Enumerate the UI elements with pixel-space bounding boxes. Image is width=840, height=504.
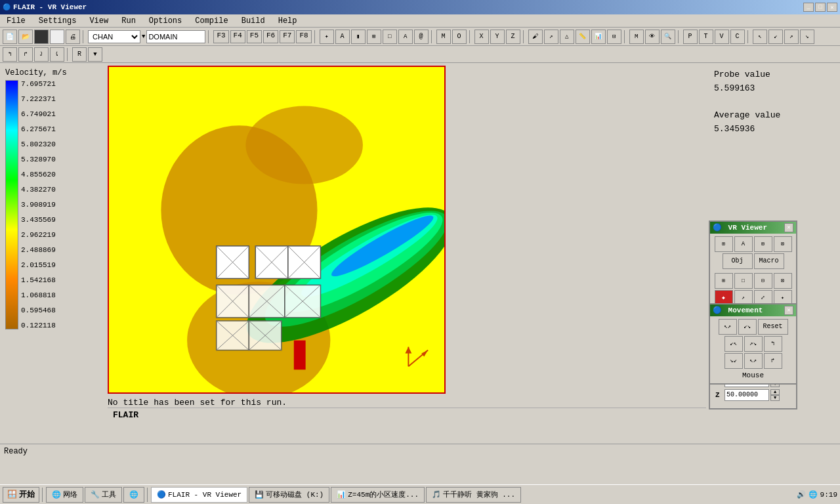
taskbar-removable[interactable]: 💾 可移动磁盘 (K:)	[249, 487, 329, 503]
vr-icon-b4[interactable]: ⊠	[774, 273, 792, 289]
close-button[interactable]: ✕	[827, 3, 837, 12]
scale-val-16: 0.122118	[21, 322, 56, 329]
menu-settings[interactable]: Settings	[35, 15, 81, 27]
icon-btn-grid[interactable]: ⊞	[367, 30, 381, 44]
color-button[interactable]	[34, 30, 49, 44]
icon-btn-1[interactable]: ✦	[320, 30, 334, 44]
taskbar-tools[interactable]: 🔧 工具	[85, 487, 122, 503]
box-button[interactable]: ⊟	[607, 30, 621, 44]
icon-btn-rect[interactable]: ▮	[351, 30, 366, 44]
z-down-arrow[interactable]: ▼	[770, 395, 780, 401]
viewport[interactable]	[108, 66, 446, 394]
icon-arr4[interactable]: ↘	[800, 30, 814, 44]
taskbar-velocity[interactable]: 📊 Z=45m的小区速度...	[331, 487, 425, 503]
icon-btn-o[interactable]: O	[452, 30, 467, 44]
reset-button[interactable]: Reset	[758, 319, 788, 335]
menu-help[interactable]: Help	[274, 15, 301, 27]
domain-input[interactable]	[146, 30, 205, 43]
icon-arr1[interactable]: ↖	[753, 30, 767, 44]
icon-zoom[interactable]: 🔍	[661, 30, 675, 44]
movement-close-button[interactable]: ✕	[784, 306, 793, 315]
vr-close-button[interactable]: ✕	[784, 223, 793, 232]
tool2-btn2[interactable]: ↱	[18, 47, 33, 62]
axis-y-button[interactable]: Y	[490, 30, 505, 44]
axis-z-button[interactable]: Z	[506, 30, 520, 44]
icon-c[interactable]: C	[730, 30, 745, 44]
vr-icon-1[interactable]: ⊞	[715, 236, 733, 252]
print-button[interactable]: 🖨	[66, 30, 80, 44]
mov-btn-8[interactable]: ↱	[764, 353, 782, 369]
chart-button[interactable]: 📊	[591, 30, 606, 44]
f8-button[interactable]: F8	[296, 30, 311, 43]
start-button[interactable]: 🪟 开始	[3, 487, 39, 503]
paint-button[interactable]: 🖌	[528, 30, 543, 44]
menu-compile[interactable]: Compile	[191, 15, 232, 27]
sep-t2	[67, 48, 70, 61]
f6-button[interactable]: F6	[263, 30, 278, 43]
f3-button[interactable]: F3	[213, 30, 228, 43]
menu-options[interactable]: Options	[145, 15, 186, 27]
icon-m2[interactable]: M	[629, 30, 644, 44]
icon-v[interactable]: V	[715, 30, 729, 44]
mov-btn-7[interactable]: ↖↗	[744, 353, 763, 369]
color-bar-container: 7.695721 7.222371 6.749021 6.275671 5.80…	[5, 80, 100, 329]
bg-button[interactable]	[50, 30, 64, 44]
f5-button[interactable]: F5	[247, 30, 262, 43]
vr-icon-b3[interactable]: ⊟	[754, 273, 772, 289]
icon-t[interactable]: T	[699, 30, 713, 44]
icon-arr2[interactable]: ↙	[768, 30, 783, 44]
taskbar-flair[interactable]: 🔵 FLAIR - VR Viewer	[151, 487, 247, 503]
vr-icon-b2[interactable]: □	[734, 273, 753, 289]
tool2-btn3[interactable]: ⤸	[34, 47, 49, 62]
obj-button[interactable]: Obj	[723, 253, 753, 269]
new-button[interactable]: 📄	[3, 30, 17, 44]
menu-run[interactable]: Run	[117, 15, 140, 27]
vr-icon-x[interactable]: ⊠	[774, 236, 792, 252]
r-arrow[interactable]: ▼	[88, 47, 102, 62]
mov-btn-4[interactable]: ↗↘	[744, 336, 763, 352]
network-icon: 🌐	[52, 490, 61, 499]
sep4	[431, 30, 434, 43]
icon-btn-m[interactable]: M	[436, 30, 451, 44]
mov-btn-5[interactable]: ↰	[764, 336, 782, 352]
vr-icon-b1[interactable]: ⊞	[715, 273, 733, 289]
vr-icon-grid[interactable]: ⊞	[754, 236, 772, 252]
open-button[interactable]: 📂	[18, 30, 33, 44]
tool2-btn4[interactable]: ⤹	[50, 47, 64, 62]
menu-view[interactable]: View	[85, 15, 112, 27]
arrow-ne-button[interactable]: ↗	[544, 30, 558, 44]
icon-btn-a[interactable]: A	[335, 30, 350, 44]
tray-icon-1: 🔊	[797, 490, 806, 499]
mov-btn-1[interactable]: ↖↗	[719, 319, 737, 335]
menu-build[interactable]: Build	[238, 15, 269, 27]
ruler-button[interactable]: 📏	[576, 30, 590, 44]
icon-btn-label[interactable]: A	[398, 30, 413, 44]
minimize-button[interactable]: _	[803, 3, 814, 12]
macro-button[interactable]: Macro	[754, 253, 784, 269]
tool2-btn1[interactable]: ↰	[3, 47, 17, 62]
z-up-arrow[interactable]: ▲	[770, 389, 780, 395]
scale-val-3: 6.275671	[21, 125, 56, 133]
mov-btn-2[interactable]: ↙↘	[738, 319, 757, 335]
f7-button[interactable]: F7	[280, 30, 295, 43]
mov-btn-3[interactable]: ↙↖	[724, 336, 743, 352]
taskbar-network[interactable]: 🌐 网络	[46, 487, 83, 503]
chan-select[interactable]: CHAN	[88, 30, 140, 43]
icon-btn-tri[interactable]: △	[560, 30, 574, 44]
mov-btn-6[interactable]: ↘↙	[724, 353, 743, 369]
menu-file[interactable]: File	[3, 15, 30, 27]
icon-btn-square[interactable]: □	[383, 30, 397, 44]
taskbar-browser[interactable]: 🌐	[123, 487, 144, 503]
icon-eye[interactable]: 👁	[645, 30, 660, 44]
f4-button[interactable]: F4	[230, 30, 245, 43]
maximize-button[interactable]: □	[815, 3, 826, 12]
icon-btn-at[interactable]: @	[414, 30, 429, 44]
axis-x-button[interactable]: X	[474, 30, 489, 44]
vr-icon-a[interactable]: A	[734, 236, 753, 252]
icon-p[interactable]: P	[683, 30, 698, 44]
mov-row-2: ↙↖ ↗↘ ↰	[713, 336, 793, 352]
icon-arr3[interactable]: ↗	[784, 30, 799, 44]
r-dropdown[interactable]: R	[72, 47, 87, 62]
title-bar: 🔵 FLAIR - VR Viewer _ □ ✕	[0, 0, 840, 14]
taskbar-music[interactable]: 🎵 千千静听 黄家驹 ...	[426, 487, 521, 503]
